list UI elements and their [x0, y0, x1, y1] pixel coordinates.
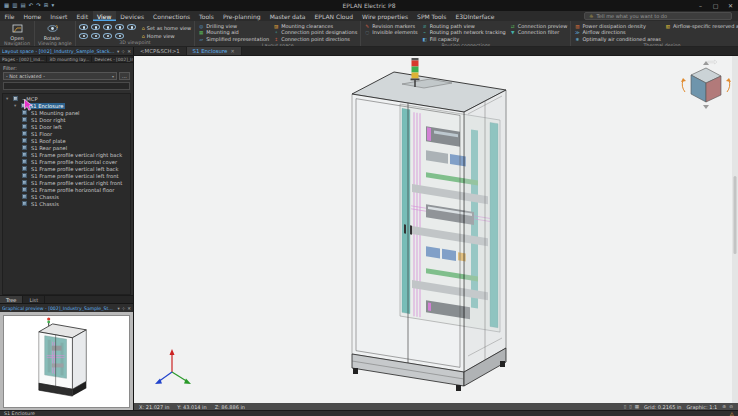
pin-icon[interactable]: ⊹: [122, 306, 126, 311]
home-view-button[interactable]: ⌂ Home view: [142, 33, 192, 39]
quick-access-icon[interactable]: ▥: [12, 0, 17, 11]
ribbon-item[interactable]: ◌Invisible elements: [364, 30, 417, 36]
filter-value-input[interactable]: [3, 82, 130, 90]
maximize-icon[interactable]: ▢: [708, 0, 723, 11]
docked-panel-tab[interactable]: Devices - [002]_In...: [92, 56, 133, 62]
tree-view-tab[interactable]: Tree: [0, 296, 23, 303]
graphic-scale[interactable]: Graphic: 1:1: [686, 404, 717, 410]
layout-space-tree: ▾ ~MCP ▾ S1 Enclosure S1 Mounting panel: [2, 93, 131, 295]
tree-item[interactable]: S1 Door left: [3, 123, 130, 130]
menu-tab[interactable]: EPLAN Cloud: [310, 11, 358, 21]
tree-item[interactable]: S1 Frame profile horizontal cover: [3, 158, 130, 165]
set-home-view-button[interactable]: ⌂ Set as home view: [142, 25, 192, 31]
tree-item-root[interactable]: ▾ ~MCP: [3, 95, 130, 102]
ribbon-item[interactable]: ▼Connection filter: [510, 30, 568, 36]
part-3d-icon: [22, 201, 27, 206]
home-icon: ⌂: [142, 25, 145, 31]
view-iso2-icon[interactable]: [103, 33, 112, 39]
view-front-icon[interactable]: [79, 24, 88, 30]
tree-item[interactable]: S1 Frame profile vertical right front: [3, 179, 130, 186]
ribbon-item[interactable]: ▧Airflow-specific reserved areas: [665, 24, 738, 30]
tree-item[interactable]: S1 Mounting panel: [3, 109, 130, 116]
menu-tab[interactable]: SPM Tools: [413, 11, 451, 21]
menu-tab[interactable]: Devices: [116, 11, 149, 21]
zoom-out-icon[interactable]: ⊖: [729, 404, 733, 409]
tree-item[interactable]: S1 Chassis: [3, 200, 130, 207]
menu-tab[interactable]: Edit: [72, 11, 93, 21]
part-3d-icon: [22, 187, 27, 192]
close-icon[interactable]: ✕: [127, 49, 131, 54]
docked-panel-tab[interactable]: 3D mounting lay...: [47, 56, 92, 62]
menu-tab[interactable]: Master data: [265, 11, 310, 21]
invisible-elements-icon: ◌: [364, 30, 370, 36]
close-icon[interactable]: ✕: [723, 0, 738, 11]
warning-icon[interactable]: ⚠: [730, 411, 734, 416]
twisty-icon[interactable]: ▾: [6, 96, 11, 101]
editor-column: X: 21.027 in Y: 43.014 in Z: 86.886 in ▯…: [134, 56, 738, 410]
tree-item[interactable]: S1 Chassis: [3, 193, 130, 200]
part-3d-icon: [22, 152, 27, 157]
menu-tab[interactable]: Home: [19, 11, 46, 21]
tree-item[interactable]: S1 Frame profile vertical left front: [3, 172, 130, 179]
view-back-icon[interactable]: [91, 24, 100, 30]
filter-select[interactable]: - Not activated - ▾: [3, 72, 117, 80]
editor-tab[interactable]: S1 Enclosure ✕: [187, 47, 242, 55]
filter-more-button[interactable]: ...: [119, 72, 130, 80]
tree-item[interactable]: S1 Floor: [3, 130, 130, 137]
tree-item[interactable]: S1 Roof plate: [3, 137, 130, 144]
layer-icon[interactable]: ▦: [635, 404, 639, 409]
tree-view-tab[interactable]: List: [23, 296, 45, 303]
view-iso3-icon[interactable]: [115, 33, 124, 39]
tree-item[interactable]: S1 Frame profile horizontal floor: [3, 186, 130, 193]
chevron-down-icon[interactable]: ▾: [117, 306, 119, 311]
chevron-down-icon[interactable]: ▾: [117, 49, 119, 54]
tree-item-enclosure[interactable]: ▾ S1 Enclosure: [3, 102, 130, 109]
grid-setting[interactable]: Grid: 0.2165 in: [644, 404, 681, 410]
chevron-down-icon: ▾: [112, 74, 114, 79]
menu-tab[interactable]: Tools: [195, 11, 219, 21]
editor-tab[interactable]: <MCP&SCH>1: [134, 47, 187, 55]
open-button[interactable]: Open: [3, 22, 31, 41]
tree-item[interactable]: S1 Frame profile vertical left back: [3, 165, 130, 172]
pin-icon[interactable]: ⊹: [121, 49, 125, 54]
view-bottom-icon[interactable]: [79, 33, 88, 39]
menu-tab[interactable]: View: [93, 11, 116, 21]
home-icon: ⌂: [142, 33, 145, 39]
tree-item[interactable]: S1 Door right: [3, 116, 130, 123]
menu-tab[interactable]: E3DInterface: [451, 11, 499, 21]
tree-item[interactable]: S1 Frame profile vertical right back: [3, 151, 130, 158]
close-icon[interactable]: ✕: [127, 306, 131, 311]
vertical-scrollbar[interactable]: [732, 56, 738, 403]
zoom-in-icon[interactable]: ⊕: [722, 404, 726, 409]
quick-access-icon[interactable]: ▤: [20, 0, 25, 11]
tree-item[interactable]: S1 Rear panel: [3, 144, 130, 151]
layout-space-3d-canvas[interactable]: [134, 56, 738, 403]
minimize-icon[interactable]: –: [693, 0, 708, 11]
view-top-icon[interactable]: [127, 24, 136, 30]
twisty-icon[interactable]: ▾: [14, 103, 19, 108]
quick-access-icon[interactable]: ⊞: [44, 0, 49, 11]
page-icon[interactable]: ▯: [629, 404, 632, 409]
coordinate-axes: [155, 349, 191, 384]
menu-tab[interactable]: Pre-planning: [218, 11, 265, 21]
docked-panel-tab[interactable]: Pages - [002]_Ind...: [0, 56, 47, 62]
layout-space-panel-tab[interactable]: Layout space - [002]_Industry_Sample_Sta…: [0, 47, 134, 55]
view-iso-icon[interactable]: [91, 33, 100, 39]
view-left-icon[interactable]: [103, 24, 112, 30]
quick-access-icon[interactable]: ↷: [36, 0, 41, 11]
close-icon[interactable]: ✕: [230, 48, 234, 54]
quick-access-icon[interactable]: ▾: [51, 0, 54, 11]
quick-access-icon[interactable]: ↶: [29, 0, 34, 11]
page-icon[interactable]: ▯: [624, 404, 627, 409]
view-right-icon[interactable]: [115, 24, 124, 30]
rotate-button[interactable]: Rotate: [38, 22, 66, 41]
menu-tab[interactable]: Wire properties: [358, 11, 413, 21]
view-cube[interactable]: [681, 60, 731, 109]
menu-tab[interactable]: File: [0, 11, 19, 21]
menu-tab[interactable]: Connections: [149, 11, 195, 21]
quick-access-icon[interactable]: ▦: [4, 0, 9, 11]
enclosure-3d-model[interactable]: [352, 72, 506, 391]
search-input[interactable]: ☼ Tell me what you want to do: [584, 12, 732, 20]
preview-canvas[interactable]: [0, 312, 133, 410]
menu-tab[interactable]: Insert: [46, 11, 72, 21]
